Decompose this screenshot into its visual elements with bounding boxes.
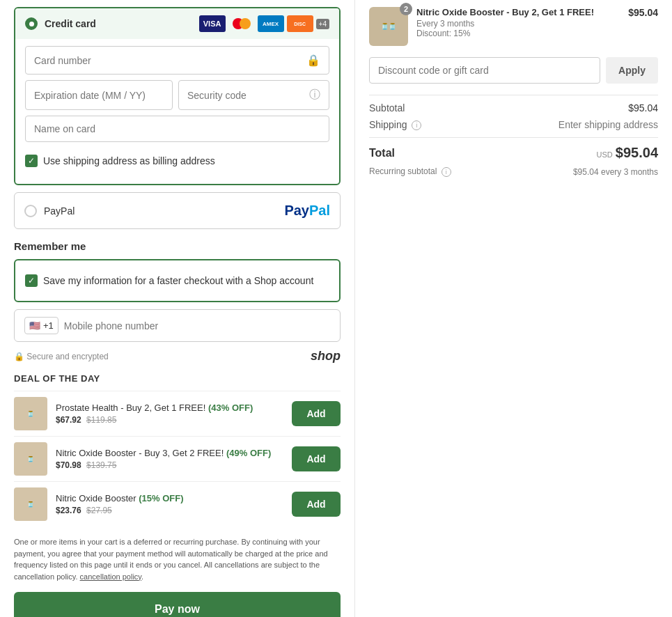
save-info-checkbox[interactable]: ✓ [25,274,38,287]
order-item: 🫙🫙 2 Nitric Oxide Booster - Buy 2, Get 1… [369,7,658,46]
right-panel: 🫙🫙 2 Nitric Oxide Booster - Buy 2, Get 1… [355,0,672,617]
phone-input[interactable] [64,320,330,331]
phone-prefix: +1 [43,320,54,331]
mastercard-logo [228,15,255,32]
card-logos: VISA AMEX DISC +4 [199,15,329,32]
cancellation-policy-link[interactable]: cancellation policy [80,572,141,581]
paypal-label: PayPal [44,205,75,217]
subtotal-value: $95.04 [628,102,658,114]
expiry-security-row: ⓘ [25,80,329,110]
credit-card-section: Credit card VISA AMEX DISC +4 🔒 [14,7,341,185]
billing-checkbox[interactable]: ✓ [25,155,38,167]
card-number-input[interactable] [34,55,306,66]
remember-me-box: ✓ Save my information for a faster check… [14,259,341,302]
deal-item-1-add-button[interactable]: Add [292,446,341,471]
deal-item-0-name: Prostate Health - Buy 2, Get 1 FREE! (43… [56,403,283,414]
phone-country-selector[interactable]: 🇺🇸 +1 [24,317,58,334]
deal-item-2-add-button[interactable]: Add [292,492,341,517]
lock-secure-icon: 🔒 [14,352,24,361]
total-value: $95.04 [616,145,658,161]
phone-flag: 🇺🇸 [29,320,40,331]
security-code-field[interactable]: ⓘ [178,80,329,110]
order-item-price: $95.04 [628,7,658,18]
deal-item-1-prices: $70.98 $139.75 [56,460,283,470]
more-cards-badge: +4 [316,19,329,29]
lock-icon: 🔒 [306,54,320,67]
total-label: Total [369,147,395,159]
total-currency: USD [597,150,613,159]
deal-item-2-info: Nitric Oxide Booster (15% OFF) $23.76 $2… [56,493,283,516]
discover-logo: DISC [287,15,313,32]
secure-label: 🔒 Secure and encrypted [14,352,109,361]
deal-item-2-name: Nitric Oxide Booster (15% OFF) [56,493,283,505]
paypal-logo: PayPal [284,203,330,219]
order-image-wrap: 🫙🫙 2 [369,7,408,46]
disclaimer-text: One or more items in your cart is a defe… [14,536,341,582]
save-info-label: Save my information for a faster checkou… [43,275,313,286]
shop-badge: shop [311,349,341,364]
apply-button[interactable]: Apply [606,57,658,84]
card-number-field[interactable]: 🔒 [25,46,329,75]
order-qty-badge: 2 [400,3,412,15]
deal-item-0-image: 🫙 [14,397,47,430]
deal-item-2-image: 🫙 [14,487,47,521]
name-on-card-field[interactable] [25,116,329,142]
shipping-label: Shipping i [369,119,421,130]
pay-now-button[interactable]: Pay now [14,592,341,617]
deal-item-0-add-button[interactable]: Add [292,401,341,426]
deal-item-1-image: 🫙 [14,442,47,476]
recurring-label: Recurring subtotal i [369,166,451,177]
deal-item-0-info: Prostate Health - Buy 2, Get 1 FREE! (43… [56,403,283,425]
visa-logo: VISA [199,15,226,32]
total-line: Total USD $95.04 [369,145,658,161]
shipping-info-icon: i [412,120,421,130]
summary-divider-top [369,95,658,95]
billing-checkbox-label: Use shipping address as billing address [43,155,215,166]
expiration-input[interactable] [34,90,164,101]
deal-item-0-prices: $67.92 $119.85 [56,415,283,425]
shipping-value: Enter shipping address [558,119,658,130]
save-info-row[interactable]: ✓ Save my information for a faster check… [25,267,329,294]
deal-of-day-title: DEAL OF THE DAY [14,373,341,384]
summary-divider-bottom [369,137,658,138]
billing-checkbox-row[interactable]: ✓ Use shipping address as billing addres… [25,148,329,174]
paypal-radio[interactable] [24,205,37,217]
subtotal-line: Subtotal $95.04 [369,102,658,114]
deal-item-2-prices: $23.76 $27.95 [56,506,283,515]
total-value-wrap: USD $95.04 [597,145,658,161]
subtotal-label: Subtotal [369,102,405,114]
remember-me-section: Remember me ✓ Save my information for a … [14,240,341,342]
credit-card-form: 🔒 ⓘ ✓ Use shipping address as billing ad… [15,39,339,184]
order-item-sub1: Every 3 months [416,19,620,29]
amex-logo: AMEX [258,15,284,32]
credit-card-header[interactable]: Credit card VISA AMEX DISC +4 [15,8,339,39]
order-details: Nitric Oxide Booster - Buy 2, Get 1 FREE… [416,7,620,38]
secure-row: 🔒 Secure and encrypted shop [14,349,341,364]
remember-me-title: Remember me [14,240,341,252]
credit-card-radio[interactable] [25,17,38,30]
paypal-section[interactable]: PayPal PayPal [14,192,341,229]
deal-item-0: 🫙 Prostate Health - Buy 2, Get 1 FREE! (… [14,391,341,436]
phone-field-box[interactable]: 🇺🇸 +1 [14,309,341,342]
paypal-left: PayPal [24,205,75,217]
security-code-input[interactable] [187,90,309,101]
name-on-card-input[interactable] [34,123,320,134]
recurring-info-icon: i [442,167,451,177]
recurring-value: $95.04 every 3 months [573,167,658,177]
discount-input[interactable] [369,57,600,84]
deal-item-1: 🫙 Nitric Oxide Booster - Buy 3, Get 2 FR… [14,436,341,481]
shipping-line: Shipping i Enter shipping address [369,119,658,130]
expiration-field[interactable] [25,80,173,110]
deal-item-1-info: Nitric Oxide Booster - Buy 3, Get 2 FREE… [56,448,283,471]
credit-card-label: Credit card [45,18,199,29]
help-icon: ⓘ [309,88,320,102]
order-item-sub2: Discount: 15% [416,29,620,38]
deal-item-1-name: Nitric Oxide Booster - Buy 3, Get 2 FREE… [56,448,283,460]
discount-row: Apply [369,57,658,84]
recurring-line: Recurring subtotal i $95.04 every 3 mont… [369,166,658,177]
order-item-name: Nitric Oxide Booster - Buy 2, Get 1 FREE… [416,7,620,19]
deal-item-2: 🫙 Nitric Oxide Booster (15% OFF) $23.76 … [14,481,341,526]
